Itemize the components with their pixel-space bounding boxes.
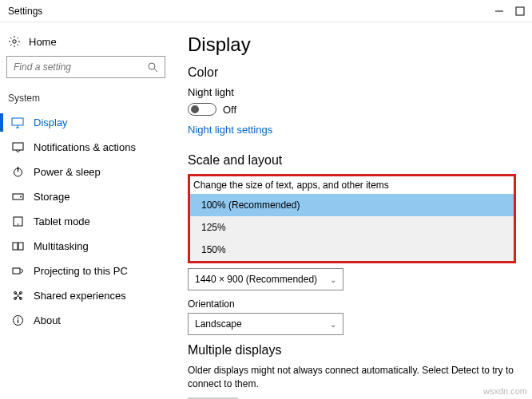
sidebar-item-label: Display [34,117,68,128]
sidebar-item-label: Power & sleep [34,166,101,178]
scale-dropdown-highlight: Change the size of text, apps, and other… [188,174,516,263]
orientation-label: Orientation [188,298,516,310]
multitasking-icon [11,240,24,252]
svg-rect-15 [13,243,18,250]
content: Home System Display Notifications & acti… [0,22,532,399]
sidebar-item-label: Tablet mode [34,215,90,227]
minimize-button[interactable] [494,6,505,17]
svg-rect-8 [13,143,23,150]
sidebar-item-storage[interactable]: Storage [6,184,165,209]
window-title: Settings [8,6,42,17]
search-box[interactable] [6,56,165,78]
sidebar-item-label: Projecting to this PC [34,265,128,277]
sidebar-item-tablet[interactable]: Tablet mode [6,209,165,234]
scale-heading: Scale and layout [188,153,516,168]
svg-rect-17 [13,268,20,274]
home-label: Home [29,36,57,48]
storage-icon [11,191,24,203]
sidebar-item-label: Notifications & actions [34,141,136,153]
svg-point-14 [17,223,18,225]
sidebar-item-label: Multitasking [34,240,89,252]
scale-dropdown-open[interactable]: 100% (Recommended) 125% 150% [190,194,514,261]
home-button[interactable]: Home [6,30,165,56]
resolution-value: 1440 × 900 (Recommended) [195,274,317,285]
sidebar: Home System Display Notifications & acti… [0,22,172,399]
scale-option-125[interactable]: 125% [190,216,514,239]
sidebar-item-shared[interactable]: Shared experiences [6,283,165,308]
svg-rect-1 [516,7,524,15]
scale-option-150[interactable]: 150% [190,239,514,261]
main-panel: Display Color Night light Off Night ligh… [172,22,532,399]
night-light-toggle[interactable]: Off [188,103,516,116]
gear-icon [8,35,21,48]
sidebar-item-projecting[interactable]: Projecting to this PC [6,259,165,283]
watermark: wsxdn.com [483,386,527,396]
sidebar-item-label: Storage [34,191,70,203]
svg-rect-5 [12,118,23,125]
section-label: System [8,93,165,104]
tablet-icon [11,215,24,227]
multi-displays-desc: Older displays might not always connect … [188,364,516,391]
night-light-settings-link[interactable]: Night light settings [188,124,272,136]
titlebar: Settings [0,0,532,22]
scale-label: Change the size of text, apps, and other… [190,176,514,194]
svg-rect-16 [18,243,23,250]
display-icon [11,117,24,128]
info-icon [11,314,24,326]
maximize-button[interactable] [514,6,526,17]
svg-point-12 [20,196,22,198]
projecting-icon [11,265,24,277]
sidebar-item-power[interactable]: Power & sleep [6,160,165,184]
sidebar-item-display[interactable]: Display [6,110,165,135]
scale-option-100[interactable]: 100% (Recommended) [190,194,514,216]
multi-displays-heading: Multiple displays [188,343,516,358]
svg-point-2 [13,40,16,43]
svg-line-4 [154,69,157,72]
night-light-label: Night light [188,86,516,98]
toggle-switch[interactable] [188,103,216,116]
sidebar-item-label: Shared experiences [34,290,126,302]
chevron-down-icon: ⌄ [330,275,336,284]
window-controls [494,6,526,17]
sidebar-item-notifications[interactable]: Notifications & actions [6,135,165,160]
power-icon [11,166,24,178]
chevron-down-icon: ⌄ [330,320,336,329]
toggle-state: Off [223,104,236,116]
page-title: Display [188,34,516,56]
svg-point-23 [17,318,18,319]
orientation-value: Landscape [195,318,242,330]
resolution-select[interactable]: 1440 × 900 (Recommended) ⌄ [188,268,343,290]
svg-point-3 [149,63,155,69]
search-input[interactable] [14,61,133,73]
shared-icon [11,290,24,302]
search-icon [147,61,158,73]
notifications-icon [11,141,24,153]
color-heading: Color [188,65,516,80]
sidebar-item-about[interactable]: About [6,308,165,333]
sidebar-item-label: About [34,314,61,326]
svg-rect-11 [13,194,23,200]
sidebar-item-multitasking[interactable]: Multitasking [6,234,165,259]
orientation-select[interactable]: Landscape ⌄ [188,313,343,335]
